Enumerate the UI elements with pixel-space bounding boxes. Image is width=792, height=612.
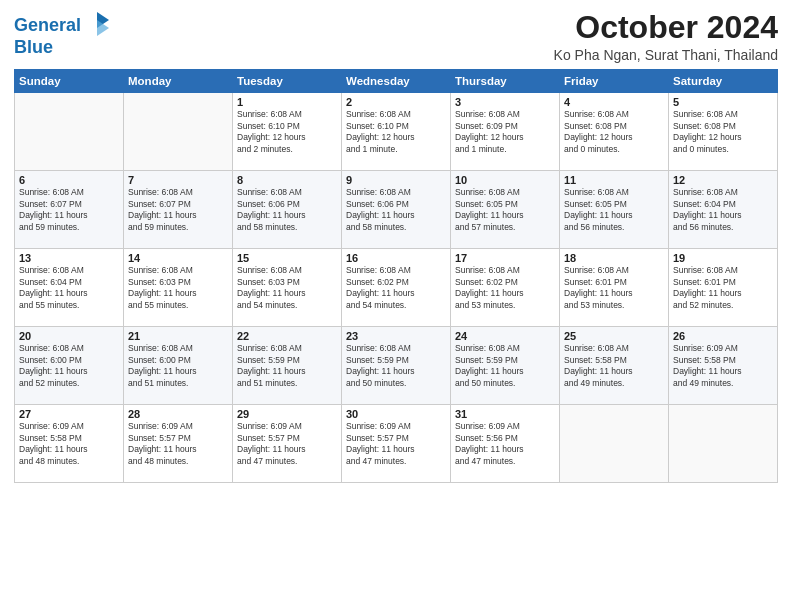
calendar-week-row: 6Sunrise: 6:08 AMSunset: 6:07 PMDaylight… [15, 171, 778, 249]
day-number: 10 [455, 174, 555, 186]
cell-info: Sunrise: 6:08 AMSunset: 6:06 PMDaylight:… [237, 187, 337, 233]
calendar-cell: 21Sunrise: 6:08 AMSunset: 6:00 PMDayligh… [124, 327, 233, 405]
calendar-cell: 22Sunrise: 6:08 AMSunset: 5:59 PMDayligh… [233, 327, 342, 405]
cell-info: Sunrise: 6:08 AMSunset: 6:08 PMDaylight:… [564, 109, 664, 155]
day-number: 31 [455, 408, 555, 420]
title-block: October 2024 Ko Pha Ngan, Surat Thani, T… [554, 10, 778, 63]
calendar-cell: 17Sunrise: 6:08 AMSunset: 6:02 PMDayligh… [451, 249, 560, 327]
cell-info: Sunrise: 6:08 AMSunset: 6:03 PMDaylight:… [128, 265, 228, 311]
weekday-header-wednesday: Wednesday [342, 70, 451, 93]
day-number: 8 [237, 174, 337, 186]
calendar-week-row: 1Sunrise: 6:08 AMSunset: 6:10 PMDaylight… [15, 93, 778, 171]
calendar-cell [560, 405, 669, 483]
weekday-header-tuesday: Tuesday [233, 70, 342, 93]
cell-info: Sunrise: 6:08 AMSunset: 6:00 PMDaylight:… [19, 343, 119, 389]
cell-info: Sunrise: 6:08 AMSunset: 6:04 PMDaylight:… [19, 265, 119, 311]
calendar-cell: 31Sunrise: 6:09 AMSunset: 5:56 PMDayligh… [451, 405, 560, 483]
day-number: 3 [455, 96, 555, 108]
day-number: 1 [237, 96, 337, 108]
day-number: 5 [673, 96, 773, 108]
day-number: 19 [673, 252, 773, 264]
cell-info: Sunrise: 6:08 AMSunset: 6:02 PMDaylight:… [455, 265, 555, 311]
day-number: 14 [128, 252, 228, 264]
cell-info: Sunrise: 6:08 AMSunset: 5:59 PMDaylight:… [237, 343, 337, 389]
day-number: 15 [237, 252, 337, 264]
cell-info: Sunrise: 6:08 AMSunset: 5:59 PMDaylight:… [346, 343, 446, 389]
calendar-cell: 24Sunrise: 6:08 AMSunset: 5:59 PMDayligh… [451, 327, 560, 405]
calendar-week-row: 13Sunrise: 6:08 AMSunset: 6:04 PMDayligh… [15, 249, 778, 327]
calendar-cell: 8Sunrise: 6:08 AMSunset: 6:06 PMDaylight… [233, 171, 342, 249]
logo: General Blue [14, 14, 111, 58]
cell-info: Sunrise: 6:08 AMSunset: 6:03 PMDaylight:… [237, 265, 337, 311]
day-number: 25 [564, 330, 664, 342]
calendar-cell: 11Sunrise: 6:08 AMSunset: 6:05 PMDayligh… [560, 171, 669, 249]
calendar-cell: 5Sunrise: 6:08 AMSunset: 6:08 PMDaylight… [669, 93, 778, 171]
calendar-week-row: 20Sunrise: 6:08 AMSunset: 6:00 PMDayligh… [15, 327, 778, 405]
day-number: 13 [19, 252, 119, 264]
calendar-cell: 6Sunrise: 6:08 AMSunset: 6:07 PMDaylight… [15, 171, 124, 249]
cell-info: Sunrise: 6:08 AMSunset: 6:07 PMDaylight:… [19, 187, 119, 233]
weekday-header-thursday: Thursday [451, 70, 560, 93]
day-number: 16 [346, 252, 446, 264]
calendar-cell: 29Sunrise: 6:09 AMSunset: 5:57 PMDayligh… [233, 405, 342, 483]
cell-info: Sunrise: 6:08 AMSunset: 6:00 PMDaylight:… [128, 343, 228, 389]
day-number: 12 [673, 174, 773, 186]
calendar-cell: 30Sunrise: 6:09 AMSunset: 5:57 PMDayligh… [342, 405, 451, 483]
header: General Blue October 2024 Ko Pha Ngan, S… [14, 10, 778, 63]
calendar-cell: 9Sunrise: 6:08 AMSunset: 6:06 PMDaylight… [342, 171, 451, 249]
calendar-cell: 1Sunrise: 6:08 AMSunset: 6:10 PMDaylight… [233, 93, 342, 171]
calendar-week-row: 27Sunrise: 6:09 AMSunset: 5:58 PMDayligh… [15, 405, 778, 483]
calendar-cell [669, 405, 778, 483]
day-number: 28 [128, 408, 228, 420]
calendar-cell: 20Sunrise: 6:08 AMSunset: 6:00 PMDayligh… [15, 327, 124, 405]
weekday-header-sunday: Sunday [15, 70, 124, 93]
weekday-header-friday: Friday [560, 70, 669, 93]
day-number: 11 [564, 174, 664, 186]
day-number: 30 [346, 408, 446, 420]
day-number: 27 [19, 408, 119, 420]
month-title: October 2024 [554, 10, 778, 45]
cell-info: Sunrise: 6:08 AMSunset: 5:59 PMDaylight:… [455, 343, 555, 389]
day-number: 29 [237, 408, 337, 420]
cell-info: Sunrise: 6:09 AMSunset: 5:58 PMDaylight:… [19, 421, 119, 467]
calendar-cell: 15Sunrise: 6:08 AMSunset: 6:03 PMDayligh… [233, 249, 342, 327]
calendar-cell: 26Sunrise: 6:09 AMSunset: 5:58 PMDayligh… [669, 327, 778, 405]
calendar-page: General Blue October 2024 Ko Pha Ngan, S… [0, 0, 792, 612]
calendar-cell: 25Sunrise: 6:08 AMSunset: 5:58 PMDayligh… [560, 327, 669, 405]
cell-info: Sunrise: 6:08 AMSunset: 5:58 PMDaylight:… [564, 343, 664, 389]
cell-info: Sunrise: 6:08 AMSunset: 6:01 PMDaylight:… [673, 265, 773, 311]
logo-text: General [14, 16, 81, 36]
day-number: 24 [455, 330, 555, 342]
day-number: 18 [564, 252, 664, 264]
day-number: 7 [128, 174, 228, 186]
day-number: 22 [237, 330, 337, 342]
day-number: 9 [346, 174, 446, 186]
cell-info: Sunrise: 6:08 AMSunset: 6:04 PMDaylight:… [673, 187, 773, 233]
cell-info: Sunrise: 6:09 AMSunset: 5:57 PMDaylight:… [346, 421, 446, 467]
cell-info: Sunrise: 6:08 AMSunset: 6:01 PMDaylight:… [564, 265, 664, 311]
logo-text-blue: Blue [14, 37, 53, 57]
cell-info: Sunrise: 6:09 AMSunset: 5:57 PMDaylight:… [237, 421, 337, 467]
calendar-cell: 10Sunrise: 6:08 AMSunset: 6:05 PMDayligh… [451, 171, 560, 249]
calendar-cell: 7Sunrise: 6:08 AMSunset: 6:07 PMDaylight… [124, 171, 233, 249]
day-number: 2 [346, 96, 446, 108]
cell-info: Sunrise: 6:08 AMSunset: 6:08 PMDaylight:… [673, 109, 773, 155]
calendar-cell: 19Sunrise: 6:08 AMSunset: 6:01 PMDayligh… [669, 249, 778, 327]
cell-info: Sunrise: 6:08 AMSunset: 6:07 PMDaylight:… [128, 187, 228, 233]
weekday-header-monday: Monday [124, 70, 233, 93]
calendar-cell [15, 93, 124, 171]
calendar-cell: 18Sunrise: 6:08 AMSunset: 6:01 PMDayligh… [560, 249, 669, 327]
calendar-cell: 16Sunrise: 6:08 AMSunset: 6:02 PMDayligh… [342, 249, 451, 327]
day-number: 21 [128, 330, 228, 342]
day-number: 26 [673, 330, 773, 342]
cell-info: Sunrise: 6:08 AMSunset: 6:05 PMDaylight:… [564, 187, 664, 233]
calendar-cell: 4Sunrise: 6:08 AMSunset: 6:08 PMDaylight… [560, 93, 669, 171]
location-title: Ko Pha Ngan, Surat Thani, Thailand [554, 47, 778, 63]
calendar-cell: 12Sunrise: 6:08 AMSunset: 6:04 PMDayligh… [669, 171, 778, 249]
day-number: 17 [455, 252, 555, 264]
cell-info: Sunrise: 6:08 AMSunset: 6:06 PMDaylight:… [346, 187, 446, 233]
calendar-table: SundayMondayTuesdayWednesdayThursdayFrid… [14, 69, 778, 483]
weekday-header-row: SundayMondayTuesdayWednesdayThursdayFrid… [15, 70, 778, 93]
logo-icon [83, 10, 111, 38]
cell-info: Sunrise: 6:08 AMSunset: 6:10 PMDaylight:… [346, 109, 446, 155]
